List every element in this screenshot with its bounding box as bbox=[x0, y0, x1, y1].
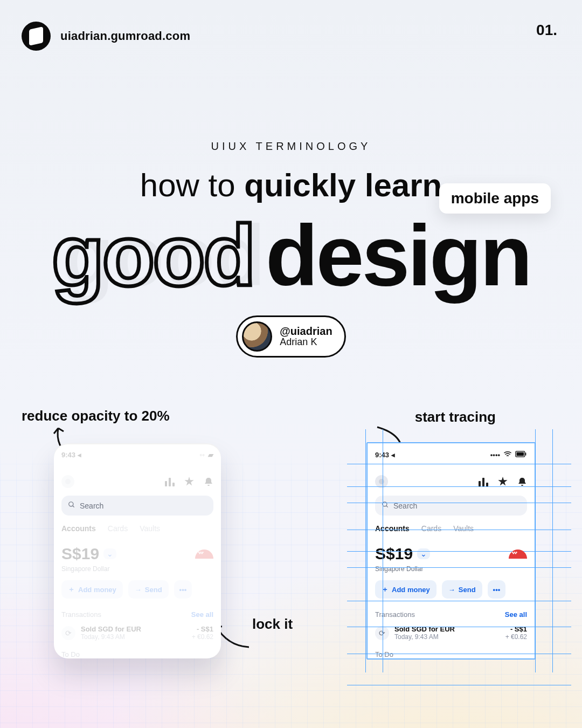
flag-icon bbox=[195, 550, 213, 559]
chart-icon[interactable] bbox=[165, 477, 175, 486]
transactions-label: Transactions bbox=[375, 610, 415, 619]
transaction-row[interactable]: ⟳ Sold SGD for EUR Today, 9:43 AM - S$1 … bbox=[61, 625, 213, 641]
status-time: 9:43 ◂ bbox=[375, 451, 395, 459]
flag-icon bbox=[509, 550, 527, 559]
headline-big: gooddesign bbox=[0, 216, 582, 295]
balance: S$19 bbox=[61, 545, 99, 563]
header: uiadrian.gumroad.com bbox=[22, 22, 190, 51]
page-number: 01. bbox=[536, 22, 557, 39]
tabs: Accounts Cards Vaults bbox=[375, 524, 527, 533]
tx-title: Sold SGD for EUR bbox=[394, 625, 500, 633]
tx-subtitle: Today, 9:43 AM bbox=[81, 633, 186, 641]
tab-cards[interactable]: Cards bbox=[108, 524, 128, 533]
tab-cards[interactable]: Cards bbox=[421, 524, 441, 533]
mockup-right: 9:43 ◂ •••• Search Accounts Cards Vaults… bbox=[368, 443, 535, 658]
star-icon[interactable] bbox=[498, 477, 508, 486]
mockup-left: 9:43 ◂ ◦◦▰ Search Accounts Cards Vaults … bbox=[54, 443, 221, 658]
title-block: UIUX TERMINOLOGY how to quickly learn go… bbox=[0, 140, 582, 358]
svg-point-4 bbox=[383, 502, 387, 506]
tx-title: Sold SGD for EUR bbox=[81, 625, 186, 633]
todo-label: To Do bbox=[61, 650, 213, 658]
search-placeholder: Search bbox=[80, 502, 103, 510]
send-button[interactable]: →Send bbox=[128, 580, 169, 599]
headline-solid: design bbox=[266, 207, 531, 304]
author-handle: @uiadrian bbox=[280, 326, 332, 337]
tab-accounts[interactable]: Accounts bbox=[375, 524, 410, 533]
status-bar: 9:43 ◂ •••• bbox=[375, 451, 527, 459]
currency-label: Singapore Dollar bbox=[61, 565, 213, 573]
status-time: 9:43 ◂ bbox=[61, 451, 81, 459]
chevron-down-icon[interactable]: ⌄ bbox=[417, 548, 430, 559]
annotation-trace: start tracing bbox=[415, 409, 496, 425]
svg-point-0 bbox=[69, 502, 73, 506]
search-input[interactable]: Search bbox=[375, 496, 527, 516]
search-icon bbox=[382, 501, 389, 510]
svg-rect-3 bbox=[525, 452, 526, 455]
tx-amount-2: + €0.62 bbox=[505, 633, 527, 641]
wifi-icon bbox=[503, 451, 512, 459]
add-money-button[interactable]: ＋Add money bbox=[61, 580, 123, 599]
tx-subtitle: Today, 9:43 AM bbox=[394, 633, 500, 641]
headline-bold: quickly learn bbox=[244, 167, 442, 203]
star-icon[interactable] bbox=[184, 477, 194, 486]
tabs: Accounts Cards Vaults bbox=[61, 524, 213, 533]
more-button[interactable]: ••• bbox=[488, 580, 506, 599]
currency-label: Singapore Dollar bbox=[375, 565, 527, 573]
chevron-down-icon[interactable]: ⌄ bbox=[103, 548, 116, 559]
send-button[interactable]: →Send bbox=[442, 580, 482, 599]
more-button[interactable]: ••• bbox=[174, 580, 192, 599]
logo-icon bbox=[22, 22, 51, 51]
author-name: Adrian K bbox=[280, 337, 332, 347]
see-all-link[interactable]: See all bbox=[191, 610, 213, 619]
balance: S$19 bbox=[375, 545, 413, 563]
svg-rect-2 bbox=[517, 452, 524, 456]
camera-icon bbox=[375, 475, 388, 488]
search-icon bbox=[68, 501, 75, 510]
add-money-button[interactable]: ＋Add money bbox=[375, 580, 436, 599]
author-pill[interactable]: @uiadrian Adrian K bbox=[236, 315, 345, 358]
transactions-label: Transactions bbox=[61, 610, 101, 619]
headline-outline: good bbox=[52, 207, 254, 304]
search-placeholder: Search bbox=[393, 502, 417, 510]
search-input[interactable]: Search bbox=[61, 496, 213, 516]
camera-icon bbox=[61, 475, 74, 488]
eyebrow: UIUX TERMINOLOGY bbox=[0, 140, 582, 153]
status-bar: 9:43 ◂ ◦◦▰ bbox=[61, 451, 213, 459]
annotation-opacity: reduce opacity to 20% bbox=[22, 408, 170, 424]
battery-icon bbox=[515, 451, 527, 459]
tab-accounts[interactable]: Accounts bbox=[61, 524, 96, 533]
plus-icon: ＋ bbox=[382, 585, 389, 594]
tab-vaults[interactable]: Vaults bbox=[453, 524, 474, 533]
bell-icon[interactable] bbox=[517, 477, 527, 486]
arrow-right-icon: → bbox=[448, 586, 455, 594]
tag-chip: mobile apps bbox=[439, 183, 551, 214]
see-all-link[interactable]: See all bbox=[505, 610, 527, 619]
chart-icon[interactable] bbox=[479, 477, 488, 486]
wifi-icon: ◦◦ bbox=[200, 451, 205, 459]
bell-icon[interactable] bbox=[204, 477, 213, 486]
arrow-right-icon: → bbox=[135, 586, 142, 594]
site-url[interactable]: uiadrian.gumroad.com bbox=[60, 29, 190, 43]
tx-amount-2: + €0.62 bbox=[192, 633, 213, 641]
transaction-row[interactable]: ⟳ Sold SGD for EUR Today, 9:43 AM - S$1 … bbox=[375, 625, 527, 641]
exchange-icon: ⟳ bbox=[375, 626, 389, 640]
tx-amount-1: - S$1 bbox=[505, 625, 527, 633]
plus-icon: ＋ bbox=[68, 585, 75, 594]
tx-amount-1: - S$1 bbox=[192, 625, 213, 633]
todo-label: To Do bbox=[375, 650, 527, 658]
headline-pre: how to bbox=[140, 167, 244, 203]
cellular-icon: •••• bbox=[490, 451, 500, 459]
exchange-icon: ⟳ bbox=[61, 626, 75, 640]
tab-vaults[interactable]: Vaults bbox=[140, 524, 160, 533]
avatar bbox=[242, 321, 272, 352]
